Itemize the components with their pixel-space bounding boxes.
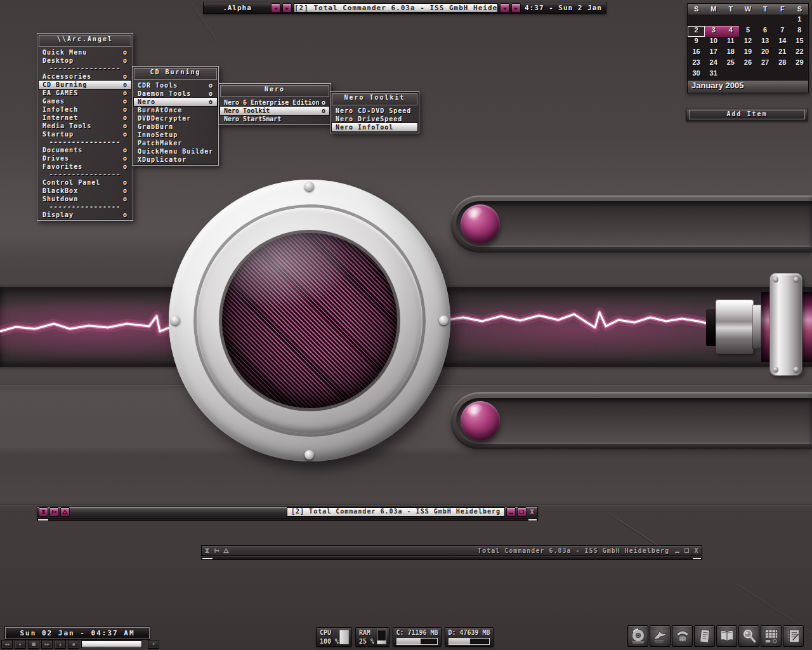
calendar-day[interactable]: 29: [791, 58, 808, 69]
calendar-day[interactable]: 27: [757, 58, 774, 69]
menu-item[interactable]: Nero Toolkito: [220, 107, 329, 115]
pin-icon[interactable]: [213, 547, 221, 555]
minimize-button[interactable]: [673, 547, 681, 555]
minimize-button[interactable]: [506, 507, 516, 517]
maximize-button[interactable]: [517, 507, 527, 517]
calendar-day[interactable]: 1: [791, 15, 808, 26]
dock-magnifier-button[interactable]: [738, 625, 759, 647]
media-play-button[interactable]: ▸: [15, 640, 26, 649]
menu-item[interactable]: Favoriteso: [39, 162, 131, 171]
calendar-day[interactable]: 28: [774, 58, 791, 69]
maximize-button[interactable]: [683, 547, 691, 555]
window-titlebar-focused[interactable]: [2] Total Commander 6.03a - ISS GmbH Hei…: [37, 507, 538, 517]
calendar-day[interactable]: 11: [722, 37, 739, 48]
menu-item[interactable]: DVDDecrypter: [134, 114, 217, 123]
menu-item[interactable]: Displayo: [39, 211, 131, 219]
pin-icon[interactable]: [49, 507, 59, 517]
menu-item[interactable]: Nero StartSmart: [220, 115, 329, 123]
menu-item[interactable]: InfoTecho: [39, 105, 131, 114]
menu-item[interactable]: Nero InfoTool: [332, 123, 417, 131]
menu-item[interactable]: Daemon Toolso: [134, 90, 217, 98]
menu-item[interactable]: Startupo: [39, 130, 131, 138]
calendar-day[interactable]: 7: [774, 26, 791, 37]
menu-item[interactable]: GrabBurn: [134, 123, 217, 131]
hourglass-icon[interactable]: [203, 547, 211, 555]
workspace-prev-button[interactable]: ◂: [271, 3, 280, 13]
menu-item[interactable]: Accessorieso: [39, 72, 131, 81]
calendar-day[interactable]: 4: [722, 26, 739, 37]
window-grip[interactable]: [201, 557, 702, 560]
shade-triangle-icon[interactable]: [222, 547, 230, 555]
menu-item[interactable]: BlackBoxo: [39, 187, 131, 195]
close-button[interactable]: X: [528, 508, 536, 516]
shade-triangle-icon[interactable]: [60, 507, 70, 517]
menu-item[interactable]: Neroo: [134, 98, 217, 106]
menu-item[interactable]: PatchMaker: [134, 139, 217, 147]
menu-item[interactable]: EA GAMESo: [39, 89, 131, 97]
menu-item[interactable]: Documentso: [39, 146, 131, 154]
media-stop-button[interactable]: ■: [28, 640, 39, 649]
calendar-day[interactable]: 18: [722, 48, 739, 58]
calendar-day[interactable]: 16: [688, 48, 705, 58]
window-grip[interactable]: [37, 518, 538, 521]
workspace-next-button[interactable]: ▸: [282, 3, 292, 13]
dock-address-book-button[interactable]: [783, 625, 804, 647]
menu-item[interactable]: Interneto: [39, 114, 131, 122]
calendar-day[interactable]: 9: [688, 37, 705, 48]
calendar-day[interactable]: 12: [739, 37, 756, 48]
media-next-button[interactable]: ▸▸: [41, 640, 53, 649]
menu-item[interactable]: CD Burningo: [39, 81, 131, 89]
menu-item[interactable]: XDuplicator: [134, 156, 217, 164]
dock-cd-disc-button[interactable]: [627, 625, 648, 647]
menu-item[interactable]: Nero CD-DVD Speed: [332, 107, 417, 115]
calendar-day[interactable]: 19: [739, 48, 756, 58]
calendar-day[interactable]: 21: [774, 48, 791, 58]
menu-item[interactable]: Media Toolso: [39, 122, 131, 130]
add-item-button[interactable]: Add Item: [686, 108, 808, 121]
calendar-day[interactable]: 5: [739, 26, 756, 37]
dock-book-button[interactable]: [716, 625, 737, 647]
media-eject-button[interactable]: ▴: [55, 640, 66, 649]
window-next-button[interactable]: ▸: [511, 3, 521, 13]
window-titlebar-unfocused[interactable]: Total Commander 6.03a - ISS GmbH Heidelb…: [201, 545, 702, 556]
calendar-day[interactable]: 25: [722, 58, 739, 69]
dock-bird-button[interactable]: [650, 625, 671, 647]
menu-item[interactable]: Control Panelo: [39, 178, 131, 187]
calendar-day[interactable]: 26: [739, 58, 756, 69]
calendar-day[interactable]: 23: [688, 58, 705, 69]
menu-item[interactable]: Driveso: [39, 154, 131, 162]
media-slider[interactable]: [81, 640, 142, 648]
calendar-day[interactable]: 24: [705, 58, 722, 69]
menu-item[interactable]: Desktopo: [39, 56, 131, 65]
calendar-day[interactable]: 30: [688, 69, 705, 80]
calendar-day[interactable]: 17: [705, 48, 722, 58]
calendar-day[interactable]: 3: [705, 26, 722, 37]
dock-spreadsheet-button[interactable]: [761, 625, 782, 647]
calendar-day[interactable]: 20: [757, 48, 774, 58]
dock-telephone-button[interactable]: [672, 625, 693, 647]
menu-item[interactable]: Shutdowno: [39, 195, 131, 203]
active-window-title[interactable]: [2] Total Commander 6.03a - ISS GmbH Hei…: [294, 3, 498, 13]
media-prev-button[interactable]: ◂◂: [1, 640, 13, 649]
calendar-day[interactable]: 13: [757, 37, 774, 48]
dock-notepad-button[interactable]: [694, 625, 715, 647]
menu-item[interactable]: Quick Menuo: [39, 48, 131, 56]
calendar-day[interactable]: 6: [757, 26, 774, 37]
menu-item[interactable]: Nero 6 Enterprise Editiono: [220, 98, 329, 107]
close-button[interactable]: X: [692, 547, 700, 555]
calendar-day[interactable]: 10: [705, 37, 722, 48]
menu-item[interactable]: QuickMenu Builder: [134, 147, 217, 156]
calendar-day[interactable]: 15: [791, 37, 808, 48]
media-record-button[interactable]: ▪: [68, 640, 79, 649]
menu-item[interactable]: Nero DriveSpeed: [332, 115, 417, 123]
calendar-day[interactable]: 14: [774, 37, 791, 48]
calendar-day[interactable]: 8: [791, 26, 808, 37]
menu-item[interactable]: BurnAtOnce: [134, 106, 217, 114]
media-menu-button[interactable]: ▾: [148, 640, 159, 649]
menu-item[interactable]: Gameso: [39, 97, 131, 105]
calendar-day[interactable]: 31: [705, 69, 722, 80]
menu-item[interactable]: InnoSetup: [134, 131, 217, 139]
calendar-day[interactable]: 22: [791, 48, 808, 58]
menu-item[interactable]: CDR Toolso: [134, 81, 217, 90]
window-prev-button[interactable]: ◂: [500, 3, 509, 13]
